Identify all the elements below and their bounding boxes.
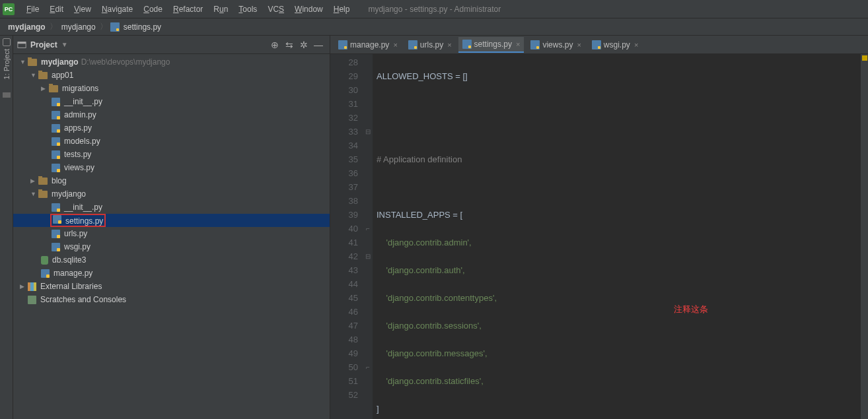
library-icon bbox=[28, 282, 36, 291]
settings-gear-icon[interactable]: ✲ bbox=[297, 40, 311, 50]
vertical-scrollbar[interactable] bbox=[860, 54, 868, 419]
menu-edit[interactable]: Edit bbox=[44, 0, 69, 18]
python-file-icon bbox=[52, 124, 60, 133]
menu-help[interactable]: Help bbox=[328, 0, 355, 18]
code-content[interactable]: ALLOWED_HOSTS = [] # Application definit… bbox=[373, 54, 868, 419]
fold-column[interactable]: ⊟ ⌐ ⊟ ⌐ bbox=[363, 54, 373, 419]
python-file-icon bbox=[592, 40, 601, 49]
menu-view[interactable]: View bbox=[69, 0, 96, 18]
folder-icon bbox=[38, 72, 48, 79]
tree-app01[interactable]: ▼app01 bbox=[13, 69, 330, 82]
tab-wsgi[interactable]: wsgi.py× bbox=[588, 37, 642, 53]
tree-scratch[interactable]: Scratches and Consoles bbox=[13, 293, 330, 306]
python-file-icon bbox=[41, 269, 50, 278]
tree-blog[interactable]: ▶blog bbox=[13, 174, 330, 187]
python-file-icon bbox=[408, 40, 417, 49]
folder-icon bbox=[49, 85, 58, 92]
tree-settings[interactable]: settings.py bbox=[13, 214, 330, 227]
menu-tools[interactable]: Tools bbox=[233, 0, 262, 18]
folder-icon bbox=[28, 59, 37, 66]
menu-code[interactable]: Code bbox=[138, 0, 168, 18]
tree-models[interactable]: models.py bbox=[13, 135, 330, 148]
close-icon[interactable]: × bbox=[393, 41, 397, 49]
crumb-file[interactable]: settings.py bbox=[122, 22, 163, 32]
tree-manage[interactable]: manage.py bbox=[13, 267, 330, 280]
python-file-icon bbox=[52, 230, 60, 238]
annotation-text: 注释这条 bbox=[674, 304, 708, 315]
tree-views[interactable]: views.py bbox=[13, 161, 330, 174]
breadcrumb: mydjango 〉 mydjango 〉 settings.py bbox=[0, 18, 868, 36]
tree-admin[interactable]: admin.py bbox=[13, 108, 330, 121]
svg-rect-1 bbox=[18, 42, 26, 44]
python-file-icon bbox=[52, 98, 60, 106]
hide-button[interactable]: — bbox=[311, 40, 326, 50]
python-file-icon bbox=[53, 215, 61, 224]
crumb-sep: 〉 bbox=[97, 21, 110, 32]
project-title: Project bbox=[30, 40, 57, 49]
python-file-icon bbox=[52, 243, 60, 251]
tab-views[interactable]: views.py× bbox=[526, 37, 585, 53]
folder-icon bbox=[38, 191, 48, 198]
python-file-icon bbox=[52, 164, 60, 172]
editor-tabs: manage.py× urls.py× settings.py× views.p… bbox=[330, 36, 868, 54]
crumb-root[interactable]: mydjango bbox=[7, 22, 47, 32]
close-icon[interactable]: × bbox=[577, 41, 581, 49]
tab-manage[interactable]: manage.py× bbox=[334, 37, 402, 53]
menu-run[interactable]: Run bbox=[208, 0, 233, 18]
line-gutter: 2829303132 3334353637 3839404142 4344454… bbox=[330, 54, 363, 419]
tree-init[interactable]: __init__.py bbox=[13, 95, 330, 108]
menu-bar: PC File Edit View Navigate Code Refactor… bbox=[0, 0, 868, 18]
python-file-icon bbox=[110, 22, 120, 32]
locate-button[interactable]: ⊕ bbox=[268, 40, 282, 50]
tree-extlib[interactable]: ▶External Libraries bbox=[13, 280, 330, 293]
tree-urls[interactable]: urls.py bbox=[13, 227, 330, 240]
tab-settings[interactable]: settings.py× bbox=[458, 37, 524, 53]
project-tool-icon[interactable] bbox=[3, 38, 11, 46]
tab-urls[interactable]: urls.py× bbox=[404, 37, 456, 53]
tree-migrations[interactable]: ▶migrations bbox=[13, 82, 330, 95]
crumb-mid[interactable]: mydjango bbox=[60, 22, 97, 32]
app-icon: PC bbox=[3, 3, 15, 15]
scratch-icon bbox=[28, 296, 36, 304]
python-file-icon bbox=[462, 40, 472, 49]
close-icon[interactable]: × bbox=[516, 40, 520, 48]
close-icon[interactable]: × bbox=[447, 41, 451, 49]
menu-window[interactable]: Window bbox=[289, 0, 328, 18]
menu-vcs[interactable]: VCS bbox=[262, 0, 289, 18]
python-file-icon bbox=[52, 111, 60, 119]
menu-refactor[interactable]: Refactor bbox=[168, 0, 208, 18]
project-icon bbox=[17, 40, 26, 49]
project-tree[interactable]: ▼mydjangoD:\web\devops\mydjango ▼app01 ▶… bbox=[13, 54, 330, 419]
project-tool-label[interactable]: 1: Project bbox=[3, 49, 11, 79]
project-panel-header: Project ▼ ⊕ ⇆ ✲ — bbox=[13, 36, 330, 54]
close-icon[interactable]: × bbox=[634, 41, 638, 49]
window-title: mydjango - settings.py - Administrator bbox=[368, 5, 501, 14]
folder-icon bbox=[38, 177, 48, 185]
project-panel: Project ▼ ⊕ ⇆ ✲ — ▼mydjangoD:\web\devops… bbox=[13, 36, 330, 419]
tree-root[interactable]: ▼mydjangoD:\web\devops\mydjango bbox=[13, 55, 330, 69]
menu-file[interactable]: File bbox=[21, 0, 44, 18]
tool-window-bar[interactable]: 1: Project bbox=[0, 36, 13, 419]
tree-init2[interactable]: __init__.py bbox=[13, 201, 330, 214]
menu-navigate[interactable]: Navigate bbox=[96, 0, 138, 18]
structure-tool-icon[interactable] bbox=[3, 92, 11, 98]
python-file-icon bbox=[530, 40, 540, 49]
crumb-sep: 〉 bbox=[47, 21, 60, 32]
tree-tests[interactable]: tests.py bbox=[13, 148, 330, 161]
tree-db[interactable]: db.sqlite3 bbox=[13, 253, 330, 267]
collapse-button[interactable]: ⇆ bbox=[282, 40, 297, 50]
tree-apps[interactable]: apps.py bbox=[13, 121, 330, 135]
python-file-icon bbox=[52, 150, 60, 159]
tree-mydjango-pkg[interactable]: ▼mydjango bbox=[13, 187, 330, 201]
project-dropdown-icon[interactable]: ▼ bbox=[61, 41, 68, 48]
python-file-icon bbox=[52, 203, 60, 212]
database-icon bbox=[41, 256, 48, 265]
python-file-icon bbox=[52, 137, 60, 146]
editor-area: manage.py× urls.py× settings.py× views.p… bbox=[330, 36, 868, 419]
python-file-icon bbox=[338, 40, 347, 49]
editor-body[interactable]: 2829303132 3334353637 3839404142 4344454… bbox=[330, 54, 868, 419]
tree-wsgi[interactable]: wsgi.py bbox=[13, 240, 330, 253]
